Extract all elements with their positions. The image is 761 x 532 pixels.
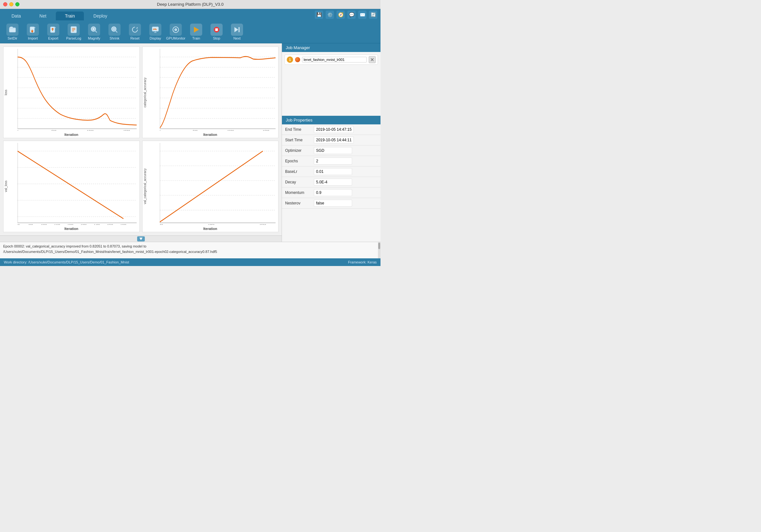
settings-icon[interactable]: ⚙️ [325,11,334,19]
prop-row-1: Start Time 2019-10-05 14:44:11 [282,135,380,146]
next-icon [231,24,243,36]
scroll-area [0,235,282,242]
job-delete-button[interactable] [369,56,376,63]
accuracy-y-label: categorical_accuracy [143,47,147,138]
svg-text:1500: 1500 [123,129,130,131]
setdir-icon [6,24,19,36]
parselog-button[interactable]: ParseLog [64,22,83,41]
svg-rect-12 [215,29,218,31]
charts-grid: loss 2.25 2 1.75 [0,43,282,235]
gpumonitor-label: GPUMonitor [166,36,186,40]
svg-text:1500: 1500 [260,224,266,225]
chat-icon[interactable]: 💬 [347,11,356,19]
save-icon[interactable]: 💾 [315,11,323,19]
prop-value-5: 5.0E-4 [311,177,380,188]
log-scrollbar[interactable] [378,242,380,258]
prop-value-3: 2 [311,156,380,166]
train-icon [190,24,202,36]
svg-marker-10 [194,27,199,32]
svg-text:500: 500 [51,129,56,131]
prop-value-7: false [311,198,380,208]
prop-label-0: End Time [282,124,311,135]
loss-x-label: Iteration [4,133,140,137]
prop-label-5: Decay [282,177,311,188]
close-button[interactable] [3,2,7,6]
parselog-icon [68,24,80,36]
accuracy-svg: 0.8 0.7 0.6 0.5 0.4 0.3 0.2 0.1 0 500 10… [160,49,276,131]
right-panel: Job Manager 1 Job Properties End Time 20… [282,43,380,242]
prop-value-0: 2019-10-05 14:47:15 [311,124,380,135]
display-label: Display [149,36,161,40]
mail-icon[interactable]: ✉️ [358,11,367,19]
compass-icon[interactable]: 🧭 [336,11,345,19]
tab-train[interactable]: Train [56,12,84,21]
import-icon [27,24,39,36]
prop-value-4: 0.01 [311,166,380,177]
val-loss-chart: val_loss 0.475 0.45 0.425 0.4 0.375 [3,141,140,232]
maximize-button[interactable] [15,2,20,6]
prop-value-1: 2019-10-05 14:44:11 [311,135,380,146]
job-item-0: 1 [284,55,378,65]
magnify-button[interactable]: Magnify [85,22,103,41]
prop-row-7: Nesterov false [282,198,380,208]
log-scroll-thumb[interactable] [378,243,380,249]
display-button[interactable]: Display [146,22,165,41]
prop-label-7: Nesterov [282,198,311,208]
topright-icons: 💾 ⚙️ 🧭 💬 ✉️ 🔄 [315,11,377,19]
loss-svg: 2.25 2 1.75 1.5 1.25 1 0.75 0.5 0 500 10… [18,49,137,131]
svg-marker-13 [234,27,238,32]
accuracy-x-label: Iteration [143,133,278,137]
svg-text:1400: 1400 [94,224,100,225]
export-icon [47,24,59,36]
tab-net[interactable]: Net [30,12,55,21]
train-label: Train [192,36,200,40]
svg-text:800: 800 [18,224,20,225]
prop-label-1: Start Time [282,135,311,146]
svg-point-9 [175,29,176,30]
svg-text:1500: 1500 [263,130,269,131]
prop-row-6: Momentum 0.9 [282,188,380,198]
stop-icon [210,24,223,36]
val-accuracy-svg: 0.87 0.86 0.85 0.84 0.83 0.82 1000 1250 … [160,143,276,225]
shrink-label: Shrink [109,36,119,40]
export-label: Export [48,36,58,40]
svg-rect-0 [9,28,16,32]
prop-value-6: 0.9 [311,188,380,198]
svg-text:1000: 1000 [160,224,163,225]
import-button[interactable]: Import [24,22,42,41]
display-icon [149,24,161,36]
gpumonitor-button[interactable]: GPUMonitor [166,22,185,41]
svg-text:1000: 1000 [227,130,234,131]
traffic-lights [3,2,20,6]
parselog-label: ParseLog [66,36,81,40]
export-button[interactable]: Export [44,22,63,41]
svg-text:1200: 1200 [68,224,73,225]
stop-label: Stop [213,36,220,40]
scroll-down-button[interactable] [137,236,145,241]
import-label: Import [28,36,38,40]
svg-text:1600: 1600 [121,224,126,225]
train-button[interactable]: Train [187,22,205,41]
prop-row-0: End Time 2019-10-05 14:47:15 [282,124,380,135]
setdir-button[interactable]: SetDir [3,22,22,41]
stop-button[interactable]: Stop [207,22,226,41]
tab-data[interactable]: Data [3,12,30,21]
status-workdir: Work directory: /Users/xulei/Documents/D… [4,260,129,264]
tab-deploy[interactable]: Deploy [85,12,116,21]
val-loss-svg: 0.475 0.45 0.425 0.4 0.375 800 900 1000 … [18,143,137,225]
shrink-button[interactable]: Shrink [105,22,124,41]
setdir-label: SetDir [8,36,18,40]
svg-rect-14 [239,27,240,32]
loss-chart: loss 2.25 2 1.75 [3,46,140,138]
next-button[interactable]: Next [228,22,246,41]
svg-text:1300: 1300 [81,224,87,225]
refresh-icon[interactable]: 🔄 [369,11,377,19]
minimize-button[interactable] [9,2,13,6]
tabs-bar: Data Net Train Deploy 💾 ⚙️ 🧭 💬 ✉️ 🔄 [0,9,380,21]
val-loss-x-label: Iteration [4,227,140,231]
job-name-input[interactable] [302,57,367,63]
prop-row-2: Optimizer SGD [282,146,380,156]
reset-button[interactable]: Reset [126,22,144,41]
accuracy-chart: categorical_accuracy 0.8 0.7 0.6 0.5 [142,46,279,138]
job-properties-header: Job Properties [282,116,380,124]
